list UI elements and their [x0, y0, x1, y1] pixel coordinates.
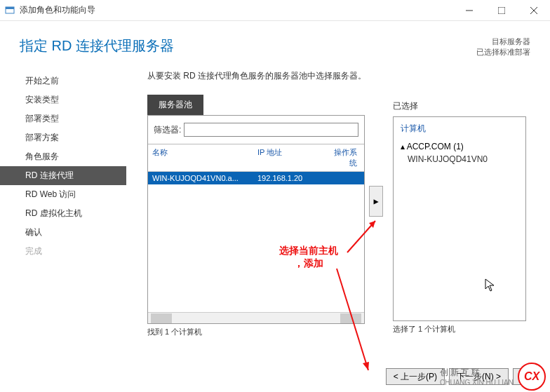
window-title: 添加角色和功能向导: [20, 4, 95, 16]
cell-os: [323, 172, 364, 184]
selected-header: 计算机: [401, 123, 518, 135]
sidenav-role-service[interactable]: 角色服务: [0, 147, 126, 166]
selected-group[interactable]: ▴ ACCP.COM (1): [401, 142, 518, 151]
sidenav-complete: 完成: [0, 242, 126, 261]
sidenav-deploy-plan[interactable]: 部署方案: [0, 128, 126, 147]
tab-server-pool[interactable]: 服务器池: [147, 95, 203, 115]
svg-rect-3: [498, 7, 505, 14]
maximize-button[interactable]: [485, 0, 518, 21]
watermark-sub: CHUANG XIN HU LIAN: [440, 379, 514, 386]
cell-ip: 192.168.1.20: [253, 172, 323, 184]
prev-button[interactable]: < 上一步(P): [386, 368, 445, 385]
mouse-cursor-icon: [485, 278, 496, 296]
sidenav-rd-web[interactable]: RD Web 访问: [0, 185, 126, 204]
sidenav-deploy-type[interactable]: 部署类型: [0, 109, 126, 128]
col-ip[interactable]: IP 地址: [253, 144, 323, 171]
selected-box: 计算机 ▴ ACCP.COM (1) WIN-KUJOQD41VN0: [393, 116, 526, 321]
sidenav-rd-virt[interactable]: RD 虚拟化主机: [0, 204, 126, 223]
selected-status: 选择了 1 个计算机: [393, 324, 526, 334]
found-status: 找到 1 个计算机: [147, 327, 365, 337]
svg-marker-9: [363, 362, 369, 370]
app-icon: [4, 5, 15, 16]
titlebar: 添加角色和功能向导: [0, 0, 550, 21]
instruction-text: 从要安装 RD 连接代理角色服务的服务器池中选择服务器。: [147, 70, 535, 82]
wizard-sidenav: 开始之前 安装类型 部署类型 部署方案 角色服务 RD 连接代理 RD Web …: [0, 70, 126, 337]
server-pool-box: 筛选器: 名称 IP 地址 操作系统 WIN-KUJOQD41VN0.a... …: [147, 115, 365, 324]
watermark: 创新互联 CHUANG XIN HU LIAN CX: [440, 363, 546, 391]
svg-rect-1: [6, 7, 14, 9]
watermark-brand: 创新互联: [440, 367, 514, 379]
col-name[interactable]: 名称: [148, 144, 253, 171]
add-arrow-button[interactable]: ▶: [369, 186, 383, 217]
close-button[interactable]: [518, 0, 550, 21]
filter-input[interactable]: [184, 123, 358, 137]
selected-item[interactable]: WIN-KUJOQD41VN0: [408, 154, 518, 164]
target-info: 目标服务器 已选择标准部署: [476, 36, 530, 58]
grid-header: 名称 IP 地址 操作系统: [148, 144, 364, 172]
target-value: 已选择标准部署: [476, 47, 530, 58]
sidenav-before[interactable]: 开始之前: [0, 72, 126, 90]
annotation-text: 选择当前主机，添加: [279, 244, 338, 269]
minimize-button[interactable]: [453, 0, 485, 21]
watermark-logo-icon: CX: [518, 363, 546, 391]
horizontal-scrollbar[interactable]: [148, 312, 364, 323]
sidenav-rd-broker[interactable]: RD 连接代理: [0, 166, 126, 185]
target-label: 目标服务器: [476, 36, 530, 47]
sidenav-confirm[interactable]: 确认: [0, 223, 126, 242]
sidenav-install-type[interactable]: 安装类型: [0, 90, 126, 109]
page-header: 指定 RD 连接代理服务器 目标服务器 已选择标准部署: [0, 21, 550, 70]
table-row[interactable]: WIN-KUJOQD41VN0.a... 192.168.1.20: [148, 172, 364, 184]
cell-name: WIN-KUJOQD41VN0.a...: [148, 172, 253, 184]
col-os[interactable]: 操作系统: [323, 144, 364, 171]
filter-label: 筛选器:: [154, 124, 181, 136]
grid-body[interactable]: WIN-KUJOQD41VN0.a... 192.168.1.20: [148, 172, 364, 312]
page-title: 指定 RD 连接代理服务器: [20, 36, 174, 58]
selected-label: 已选择: [393, 100, 526, 112]
